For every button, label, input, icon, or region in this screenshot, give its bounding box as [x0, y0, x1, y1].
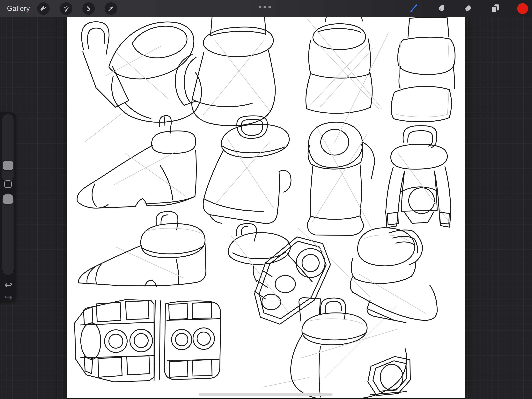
- brush-opacity-slider[interactable]: [2, 193, 14, 276]
- layers-icon: [490, 3, 500, 14]
- actions-button[interactable]: [37, 2, 50, 15]
- brush-size-handle[interactable]: [3, 161, 13, 170]
- brush-icon: [409, 3, 419, 14]
- canvas-bottom-edge: [67, 398, 465, 399]
- sketch-cylinder-shaft-boot-top: [306, 17, 379, 113]
- eraser-icon: [463, 3, 473, 14]
- selection-s-icon: S: [86, 5, 90, 12]
- smudge-tool-button[interactable]: [435, 3, 446, 14]
- brush-sidebar: ↩ ↪: [0, 112, 16, 302]
- wrench-icon: [40, 5, 47, 12]
- paint-tool-button[interactable]: [408, 3, 419, 14]
- sketch-side-boot-mid-left: [77, 116, 196, 208]
- magic-wand-icon: [63, 5, 70, 12]
- sketch-front-quarter-boot-top-center: [175, 17, 275, 126]
- transform-button[interactable]: [105, 2, 117, 15]
- smudge-finger-icon: [436, 3, 446, 14]
- undo-button[interactable]: ↩: [0, 280, 17, 290]
- sketch-stacked-front-boot-far-right: [391, 17, 455, 122]
- color-swatch-button[interactable]: [517, 3, 528, 14]
- dot-icon: [259, 6, 261, 8]
- window-drag-handle[interactable]: [259, 6, 273, 8]
- drawing-canvas[interactable]: [67, 17, 465, 399]
- sketch-sole-pair-top-view-bottom-left: [75, 300, 221, 382]
- modify-button[interactable]: [4, 180, 12, 188]
- gallery-button[interactable]: Gallery: [7, 0, 30, 17]
- sketch-big-cuff-side-boot-row3-left: [78, 212, 206, 286]
- procreate-app: { "topbar": { "gallery_label": "Gallery"…: [0, 0, 532, 399]
- sketch-collar-boot-mid-center: [203, 116, 291, 224]
- brush-size-slider[interactable]: [2, 114, 14, 183]
- sketch-rear-quarter-boot-top-left: [82, 22, 202, 122]
- sketch-strap-top-boot-row3-right: [350, 228, 437, 323]
- eraser-tool-button[interactable]: [463, 3, 474, 14]
- sketch-arch-front-boot-far-right-mid: [386, 126, 451, 228]
- sketch-sole-quarter-boot-bottom-center: [228, 224, 330, 324]
- home-indicator[interactable]: [199, 393, 333, 396]
- redo-button[interactable]: ↪: [0, 292, 17, 303]
- sketch-heel-top-boot-mid-right: [307, 122, 374, 235]
- dot-icon: [263, 6, 266, 8]
- top-toolbar: Gallery S: [0, 0, 532, 17]
- brush-opacity-handle[interactable]: [3, 194, 13, 204]
- arrow-cursor-icon: [108, 5, 114, 12]
- selection-button[interactable]: S: [82, 2, 95, 15]
- adjustments-button[interactable]: [60, 2, 72, 15]
- active-color-swatch: [517, 3, 528, 14]
- dot-icon: [268, 6, 271, 8]
- layers-button[interactable]: [490, 3, 501, 14]
- sketch-layer: [67, 17, 465, 399]
